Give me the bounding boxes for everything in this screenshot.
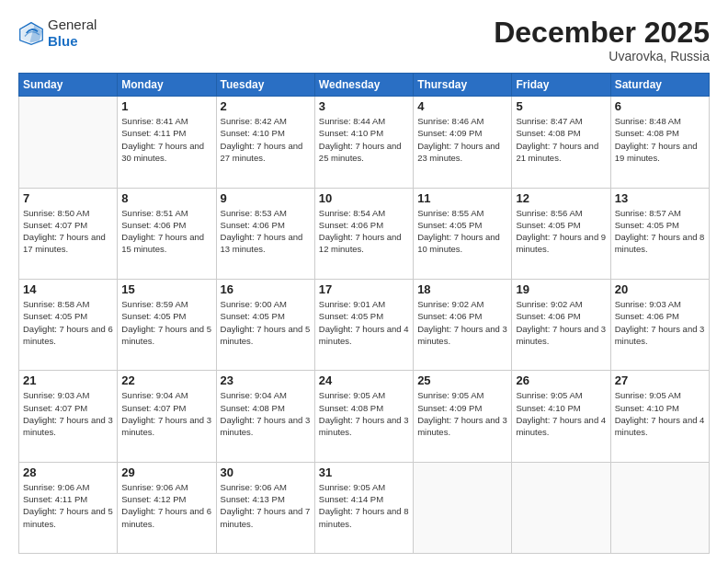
day-info: Sunrise: 9:06 AMSunset: 4:11 PMDaylight:… <box>23 481 113 530</box>
day-info: Sunrise: 8:55 AMSunset: 4:05 PMDaylight:… <box>417 207 507 256</box>
day-number: 22 <box>121 373 211 387</box>
day-number: 6 <box>615 99 705 113</box>
day-number: 19 <box>516 282 606 296</box>
header: General Blue December 2025 Uvarovka, Rus… <box>18 17 710 63</box>
day-info: Sunrise: 8:54 AMSunset: 4:06 PMDaylight:… <box>319 207 409 256</box>
day-number: 16 <box>221 282 311 296</box>
day-number: 4 <box>417 99 507 113</box>
day-info: Sunrise: 8:46 AMSunset: 4:09 PMDaylight:… <box>417 115 507 164</box>
day-info: Sunrise: 8:58 AMSunset: 4:05 PMDaylight:… <box>23 298 113 347</box>
day-info: Sunrise: 8:47 AMSunset: 4:08 PMDaylight:… <box>516 115 606 164</box>
month-title: December 2025 <box>494 17 710 49</box>
calendar-cell: 13Sunrise: 8:57 AMSunset: 4:05 PMDayligh… <box>610 188 709 279</box>
day-number: 5 <box>516 99 606 113</box>
header-sunday: Sunday <box>19 74 118 97</box>
day-number: 15 <box>121 282 211 296</box>
day-info: Sunrise: 8:48 AMSunset: 4:08 PMDaylight:… <box>615 115 705 164</box>
calendar-cell: 16Sunrise: 9:00 AMSunset: 4:05 PMDayligh… <box>216 279 314 370</box>
calendar-cell: 25Sunrise: 9:05 AMSunset: 4:09 PMDayligh… <box>414 371 512 462</box>
calendar-cell: 28Sunrise: 9:06 AMSunset: 4:11 PMDayligh… <box>19 462 118 553</box>
weekday-row: Sunday Monday Tuesday Wednesday Thursday… <box>19 74 710 97</box>
day-number: 10 <box>319 191 409 205</box>
day-number: 28 <box>23 465 113 479</box>
calendar-cell: 23Sunrise: 9:04 AMSunset: 4:08 PMDayligh… <box>216 371 314 462</box>
calendar-cell: 5Sunrise: 8:47 AMSunset: 4:08 PMDaylight… <box>512 97 610 188</box>
day-number: 3 <box>319 99 409 113</box>
calendar-cell: 18Sunrise: 9:02 AMSunset: 4:06 PMDayligh… <box>414 279 512 370</box>
calendar-cell: 3Sunrise: 8:44 AMSunset: 4:10 PMDaylight… <box>314 97 413 188</box>
calendar-cell: 11Sunrise: 8:55 AMSunset: 4:05 PMDayligh… <box>414 188 512 279</box>
day-number: 21 <box>23 373 113 387</box>
calendar-cell: 15Sunrise: 8:59 AMSunset: 4:05 PMDayligh… <box>118 279 216 370</box>
day-number: 18 <box>417 282 507 296</box>
day-info: Sunrise: 8:42 AMSunset: 4:10 PMDaylight:… <box>221 115 311 164</box>
day-info: Sunrise: 9:05 AMSunset: 4:08 PMDaylight:… <box>319 389 409 438</box>
day-number: 24 <box>319 373 409 387</box>
logo-blue: Blue <box>48 33 78 49</box>
day-info: Sunrise: 9:02 AMSunset: 4:06 PMDaylight:… <box>417 298 507 347</box>
day-info: Sunrise: 8:53 AMSunset: 4:06 PMDaylight:… <box>221 207 311 256</box>
calendar-week-1: 1Sunrise: 8:41 AMSunset: 4:11 PMDaylight… <box>19 97 710 188</box>
calendar-cell: 7Sunrise: 8:50 AMSunset: 4:07 PMDaylight… <box>19 188 118 279</box>
calendar-cell: 6Sunrise: 8:48 AMSunset: 4:08 PMDaylight… <box>610 97 709 188</box>
title-block: December 2025 Uvarovka, Russia <box>494 17 710 63</box>
calendar-cell: 8Sunrise: 8:51 AMSunset: 4:06 PMDaylight… <box>118 188 216 279</box>
page: General Blue December 2025 Uvarovka, Rus… <box>0 0 728 563</box>
day-info: Sunrise: 9:03 AMSunset: 4:07 PMDaylight:… <box>23 389 113 438</box>
day-number: 11 <box>417 191 507 205</box>
day-number: 27 <box>615 373 705 387</box>
calendar-table: Sunday Monday Tuesday Wednesday Thursday… <box>18 73 710 554</box>
header-thursday: Thursday <box>414 74 512 97</box>
day-info: Sunrise: 8:41 AMSunset: 4:11 PMDaylight:… <box>121 115 211 164</box>
header-tuesday: Tuesday <box>216 74 314 97</box>
calendar-cell: 22Sunrise: 9:04 AMSunset: 4:07 PMDayligh… <box>118 371 216 462</box>
day-number: 17 <box>319 282 409 296</box>
calendar-cell: 17Sunrise: 9:01 AMSunset: 4:05 PMDayligh… <box>314 279 413 370</box>
calendar-cell: 19Sunrise: 9:02 AMSunset: 4:06 PMDayligh… <box>512 279 610 370</box>
calendar-cell <box>19 97 118 188</box>
day-info: Sunrise: 8:50 AMSunset: 4:07 PMDaylight:… <box>23 207 113 256</box>
header-wednesday: Wednesday <box>314 74 413 97</box>
day-info: Sunrise: 9:06 AMSunset: 4:12 PMDaylight:… <box>121 481 211 530</box>
day-info: Sunrise: 8:59 AMSunset: 4:05 PMDaylight:… <box>121 298 211 347</box>
calendar-week-3: 14Sunrise: 8:58 AMSunset: 4:05 PMDayligh… <box>19 279 710 370</box>
day-info: Sunrise: 9:05 AMSunset: 4:10 PMDaylight:… <box>615 389 705 438</box>
day-info: Sunrise: 9:01 AMSunset: 4:05 PMDaylight:… <box>319 298 409 347</box>
location: Uvarovka, Russia <box>494 49 710 63</box>
calendar-cell: 4Sunrise: 8:46 AMSunset: 4:09 PMDaylight… <box>414 97 512 188</box>
calendar-cell <box>414 462 512 553</box>
calendar-cell: 1Sunrise: 8:41 AMSunset: 4:11 PMDaylight… <box>118 97 216 188</box>
calendar-cell: 14Sunrise: 8:58 AMSunset: 4:05 PMDayligh… <box>19 279 118 370</box>
calendar-week-5: 28Sunrise: 9:06 AMSunset: 4:11 PMDayligh… <box>19 462 710 553</box>
day-number: 1 <box>121 99 211 113</box>
day-number: 30 <box>221 465 311 479</box>
calendar-cell: 2Sunrise: 8:42 AMSunset: 4:10 PMDaylight… <box>216 97 314 188</box>
logo-text: General Blue <box>48 17 97 50</box>
calendar-body: 1Sunrise: 8:41 AMSunset: 4:11 PMDaylight… <box>19 97 710 554</box>
calendar-cell: 29Sunrise: 9:06 AMSunset: 4:12 PMDayligh… <box>118 462 216 553</box>
day-number: 9 <box>221 191 311 205</box>
calendar-cell: 21Sunrise: 9:03 AMSunset: 4:07 PMDayligh… <box>19 371 118 462</box>
calendar-cell: 26Sunrise: 9:05 AMSunset: 4:10 PMDayligh… <box>512 371 610 462</box>
day-number: 23 <box>221 373 311 387</box>
day-info: Sunrise: 9:05 AMSunset: 4:10 PMDaylight:… <box>516 389 606 438</box>
day-info: Sunrise: 9:05 AMSunset: 4:09 PMDaylight:… <box>417 389 507 438</box>
calendar-cell <box>512 462 610 553</box>
day-number: 13 <box>615 191 705 205</box>
day-number: 26 <box>516 373 606 387</box>
calendar-cell: 31Sunrise: 9:05 AMSunset: 4:14 PMDayligh… <box>314 462 413 553</box>
calendar-cell: 9Sunrise: 8:53 AMSunset: 4:06 PMDaylight… <box>216 188 314 279</box>
calendar-cell: 20Sunrise: 9:03 AMSunset: 4:06 PMDayligh… <box>610 279 709 370</box>
header-saturday: Saturday <box>610 74 709 97</box>
day-info: Sunrise: 9:04 AMSunset: 4:07 PMDaylight:… <box>121 389 211 438</box>
day-info: Sunrise: 8:44 AMSunset: 4:10 PMDaylight:… <box>319 115 409 164</box>
calendar-header: Sunday Monday Tuesday Wednesday Thursday… <box>19 74 710 97</box>
day-number: 14 <box>23 282 113 296</box>
day-info: Sunrise: 9:05 AMSunset: 4:14 PMDaylight:… <box>319 481 409 530</box>
day-info: Sunrise: 9:04 AMSunset: 4:08 PMDaylight:… <box>221 389 311 438</box>
day-number: 8 <box>121 191 211 205</box>
calendar-cell: 30Sunrise: 9:06 AMSunset: 4:13 PMDayligh… <box>216 462 314 553</box>
day-info: Sunrise: 9:00 AMSunset: 4:05 PMDaylight:… <box>221 298 311 347</box>
calendar-cell: 10Sunrise: 8:54 AMSunset: 4:06 PMDayligh… <box>314 188 413 279</box>
day-info: Sunrise: 9:02 AMSunset: 4:06 PMDaylight:… <box>516 298 606 347</box>
